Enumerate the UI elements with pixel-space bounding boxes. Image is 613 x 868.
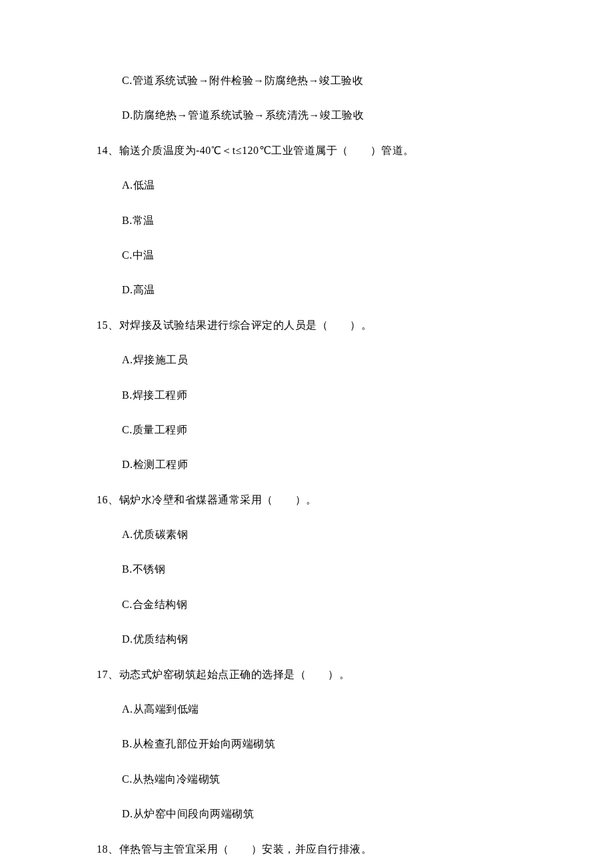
question-15: 15、对焊接及试验结果进行综合评定的人员是（ ）。 xyxy=(97,318,546,333)
q14-option-c: C.中温 xyxy=(122,248,546,263)
q17-option-b: B.从检查孔部位开始向两端砌筑 xyxy=(122,737,546,751)
q15-option-d: D.检测工程师 xyxy=(122,457,546,472)
question-14: 14、输送介质温度为-40℃＜t≤120℃工业管道属于（ ）管道。 xyxy=(97,143,546,158)
q14-option-b: B.常温 xyxy=(122,213,546,228)
q17-option-c: C.从热端向冷端砌筑 xyxy=(122,772,546,787)
content-block: C.管道系统试验→附件检验→防腐绝热→竣工验收 D.防腐绝热→管道系统试验→系统… xyxy=(97,73,546,868)
q17-option-d: D.从炉窑中间段向两端砌筑 xyxy=(122,807,546,821)
question-16: 16、锅炉水冷壁和省煤器通常采用（ ）。 xyxy=(97,493,546,507)
option-d-prev: D.防腐绝热→管道系统试验→系统清洗→竣工验收 xyxy=(122,108,546,123)
q15-option-b: B.焊接工程师 xyxy=(122,388,546,403)
q16-option-a: A.优质碳素钢 xyxy=(122,527,546,542)
q14-option-d: D.高温 xyxy=(122,283,546,297)
q16-option-b: B.不锈钢 xyxy=(122,562,546,577)
q17-option-a: A.从高端到低端 xyxy=(122,702,546,717)
question-17: 17、动态式炉窑砌筑起始点正确的选择是（ ）。 xyxy=(97,667,546,682)
option-c-prev: C.管道系统试验→附件检验→防腐绝热→竣工验收 xyxy=(122,73,546,88)
question-18: 18、伴热管与主管宜采用（ ）安装，并应自行排液。 xyxy=(97,842,546,857)
q14-option-a: A.低温 xyxy=(122,178,546,193)
q16-option-d: D.优质结构钢 xyxy=(122,632,546,647)
q15-option-c: C.质量工程师 xyxy=(122,423,546,437)
q16-option-c: C.合金结构钢 xyxy=(122,597,546,612)
q15-option-a: A.焊接施工员 xyxy=(122,353,546,367)
page: C.管道系统试验→附件检验→防腐绝热→竣工验收 D.防腐绝热→管道系统试验→系统… xyxy=(0,0,613,868)
